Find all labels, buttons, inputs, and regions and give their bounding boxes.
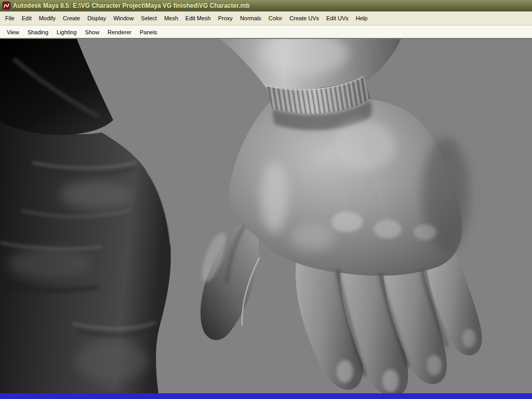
menu-item-modify[interactable]: Modify xyxy=(35,13,59,23)
bottom-blue-bar xyxy=(0,393,532,399)
menu-item-select[interactable]: Select xyxy=(137,13,161,23)
menu-item-help[interactable]: Help xyxy=(352,13,371,23)
menu-item-file[interactable]: File xyxy=(2,13,18,23)
window-title: Autodesk Maya 8.5: E:\VG Character Proje… xyxy=(13,2,249,9)
menu-item-normals[interactable]: Normals xyxy=(236,13,265,23)
menu-item-edit[interactable]: Edit xyxy=(18,13,35,23)
panel-menu-item-view[interactable]: View xyxy=(3,27,23,37)
menu-item-edit-uvs[interactable]: Edit UVs xyxy=(323,13,352,23)
menu-item-create-uvs[interactable]: Create UVs xyxy=(286,13,323,23)
menu-item-create[interactable]: Create xyxy=(59,13,84,23)
main-menu-bar: FileEditModifyCreateDisplayWindowSelectM… xyxy=(0,11,532,25)
menu-item-window[interactable]: Window xyxy=(110,13,137,23)
panel-menu-bar: ViewShadingLightingShowRendererPanels xyxy=(0,25,532,39)
viewport-canvas xyxy=(0,39,532,393)
viewport-3d[interactable] xyxy=(0,39,532,393)
menu-item-mesh[interactable]: Mesh xyxy=(161,13,182,23)
maya-app-icon xyxy=(3,2,10,9)
panel-menu-item-shading[interactable]: Shading xyxy=(23,27,52,37)
menu-item-color[interactable]: Color xyxy=(265,13,286,23)
title-bar: Autodesk Maya 8.5: E:\VG Character Proje… xyxy=(0,0,532,11)
menu-item-display[interactable]: Display xyxy=(84,13,110,23)
panel-menu-item-renderer[interactable]: Renderer xyxy=(103,27,136,37)
panel-menu-item-lighting[interactable]: Lighting xyxy=(52,27,81,37)
menu-item-edit-mesh[interactable]: Edit Mesh xyxy=(182,13,215,23)
panel-menu-item-panels[interactable]: Panels xyxy=(136,27,162,37)
menu-item-proxy[interactable]: Proxy xyxy=(215,13,236,23)
panel-menu-item-show[interactable]: Show xyxy=(81,27,104,37)
